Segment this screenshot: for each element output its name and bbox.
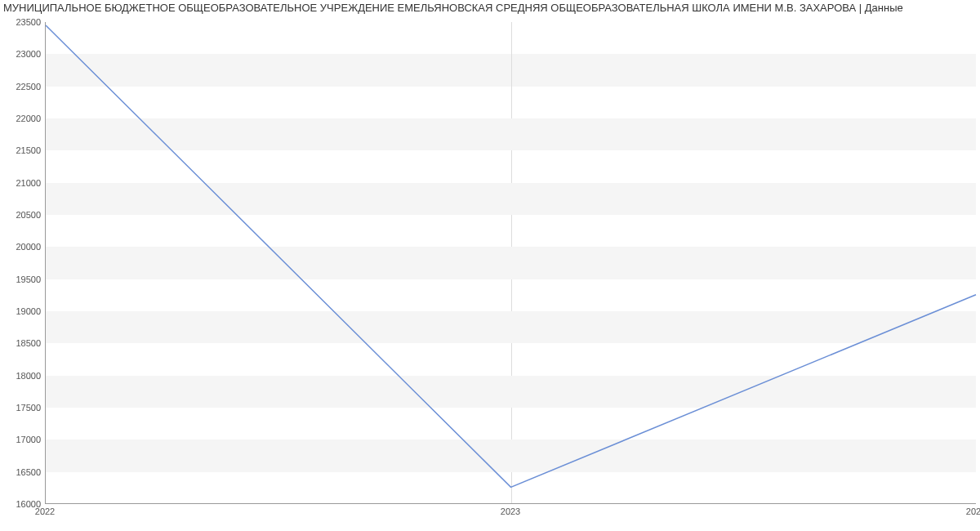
line-series: [46, 22, 976, 503]
y-tick: 17500: [5, 403, 41, 413]
y-tick: 21500: [5, 145, 41, 155]
y-tick: 19000: [5, 306, 41, 316]
plot-region: [45, 22, 976, 504]
y-tick: 18000: [5, 371, 41, 381]
y-tick: 22000: [5, 114, 41, 123]
y-tick: 19500: [5, 274, 41, 284]
x-tick: 2022: [35, 506, 55, 516]
y-tick: 22500: [5, 82, 41, 91]
x-tick: 2023: [501, 506, 520, 516]
y-tick: 23000: [5, 49, 41, 59]
y-tick: 17000: [5, 435, 41, 444]
chart-area: 1600016500170001750018000185001900019500…: [0, 14, 980, 530]
x-tick: 2024: [966, 506, 980, 516]
y-tick: 20000: [5, 242, 41, 252]
y-tick: 18500: [5, 338, 41, 348]
y-tick: 16500: [5, 467, 41, 477]
y-tick: 21000: [5, 178, 41, 188]
y-tick: 20500: [5, 210, 41, 220]
chart-title: МУНИЦИПАЛЬНОЕ БЮДЖЕТНОЕ ОБЩЕОБРАЗОВАТЕЛЬ…: [0, 0, 980, 14]
y-tick: 23500: [5, 17, 41, 27]
